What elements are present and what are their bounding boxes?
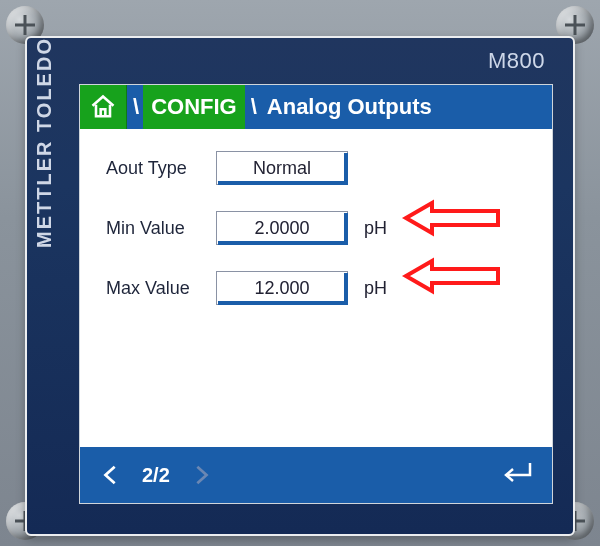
breadcrumb-separator: \ [127, 94, 143, 120]
device-frame: M800 METTLER TOLEDO \ CONFIG \ Analog Ou… [0, 0, 600, 546]
next-page-button[interactable] [188, 462, 214, 488]
label-min-value: Min Value [106, 218, 216, 239]
chevron-right-icon [190, 464, 212, 486]
prev-page-button[interactable] [98, 462, 124, 488]
label-aout-type: Aout Type [106, 158, 216, 179]
form-body: Aout Type Normal Min Value 2.0000 pH Max… [80, 129, 552, 305]
model-label: M800 [488, 48, 545, 74]
label-max-value: Max Value [106, 278, 216, 299]
page-indicator: 2/2 [142, 464, 170, 487]
row-max-value: Max Value 12.000 pH [106, 271, 530, 305]
breadcrumb-config[interactable]: CONFIG [143, 85, 245, 129]
bezel: M800 METTLER TOLEDO \ CONFIG \ Analog Ou… [25, 36, 575, 536]
home-icon [89, 93, 117, 121]
breadcrumb-page: Analog Outputs [261, 94, 432, 120]
home-button[interactable] [80, 85, 127, 129]
row-aout-type: Aout Type Normal [106, 151, 530, 185]
max-value-field[interactable]: 12.000 [216, 271, 348, 305]
return-button[interactable] [500, 461, 534, 489]
unit-max-value: pH [364, 278, 387, 299]
unit-min-value: pH [364, 218, 387, 239]
breadcrumb-separator: \ [245, 94, 261, 120]
nav-bar: 2/2 [80, 447, 552, 503]
screen: \ CONFIG \ Analog Outputs Aout Type Norm… [79, 84, 553, 504]
breadcrumb: \ CONFIG \ Analog Outputs [80, 85, 552, 129]
row-min-value: Min Value 2.0000 pH [106, 211, 530, 245]
chevron-left-icon [100, 464, 122, 486]
brand-label: METTLER TOLEDO [37, 88, 67, 494]
aout-type-field[interactable]: Normal [216, 151, 348, 185]
return-icon [500, 461, 534, 485]
min-value-field[interactable]: 2.0000 [216, 211, 348, 245]
